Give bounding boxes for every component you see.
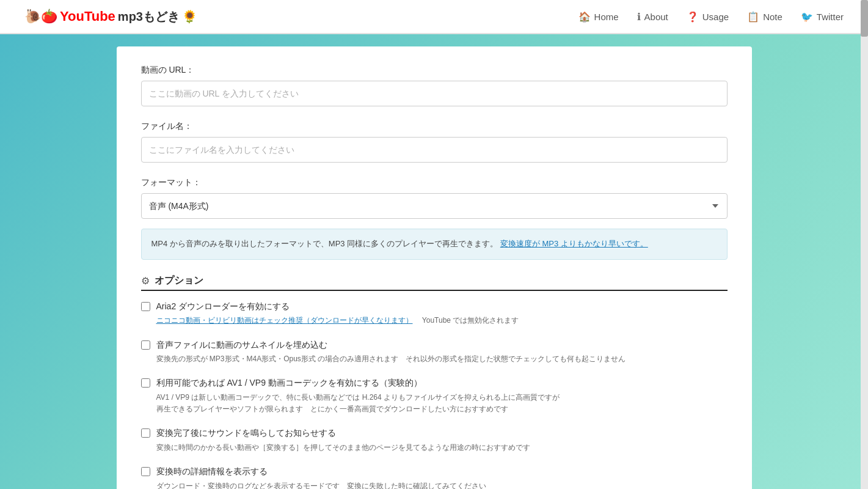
av1-desc-line2: 再生できるプレイヤーやソフトが限られます とにかく一番高画質でダウンロードしたい…	[156, 403, 728, 415]
usage-icon: ❓	[687, 11, 699, 23]
verbose-checkbox[interactable]	[141, 467, 150, 476]
format-select[interactable]: 音声 (M4A形式) 音声 (MP3形式) 音声 (Opus形式) 動画 (MP…	[141, 193, 728, 219]
nav-home[interactable]: 🏠 Home	[578, 11, 619, 23]
nav-home-label: Home	[594, 12, 619, 22]
aria2-desc: ニコニコ動画・ビリビリ動画はチェック推奨（ダウンロードが早くなります） YouT…	[156, 315, 728, 326]
main-nav: 🏠 Home ℹ About ❓ Usage 📋 Note 🐦 Twitter	[578, 11, 844, 23]
content-card: 動画の URL： ファイル名： フォーマット： 音声 (M4A形式) 音声 (M…	[117, 46, 752, 489]
option-verbose: 変換時の詳細情報を表示する ダウンロード・変換時のログなどを表示するモードです …	[141, 466, 728, 489]
verbose-desc: ダウンロード・変換時のログなどを表示するモードです 変換に失敗した時に確認してみ…	[156, 480, 728, 489]
option-aria2-row: Aria2 ダウンローダーを有効にする	[141, 301, 728, 313]
home-icon: 🏠	[578, 11, 591, 23]
nav-about-label: About	[644, 12, 668, 22]
option-sound-row: 変換完了後にサウンドを鳴らしてお知らせする	[141, 427, 728, 439]
info-text: MP4 から音声のみを取り出したフォーマットで、MP3 同様に多くのプレイヤーで…	[151, 239, 498, 248]
thumbnail-desc: 変換先の形式が MP3形式・M4A形式・Opus形式 の場合のみ適用されます そ…	[156, 353, 728, 365]
nav-twitter-label: Twitter	[817, 12, 844, 22]
option-thumbnail: 音声ファイルに動画のサムネイルを埋め込む 変換先の形式が MP3形式・M4A形式…	[141, 339, 728, 366]
verbose-label: 変換時の詳細情報を表示する	[156, 466, 268, 478]
aria2-label: Aria2 ダウンローダーを有効にする	[156, 301, 290, 313]
logo-sunflower: 🌻	[182, 9, 197, 24]
sound-desc: 変換に時間のかかる長い動画や［変換する］を押してそのまま他のページを見てるような…	[156, 442, 728, 454]
sound-label: 変換完了後にサウンドを鳴らしてお知らせする	[156, 427, 336, 439]
filename-input[interactable]	[141, 137, 728, 163]
about-icon: ℹ	[637, 11, 641, 23]
url-label: 動画の URL：	[141, 65, 728, 76]
options-header: ⚙ オプション	[141, 274, 728, 287]
header: 🐌🍅 YouTube mp3もどき 🌻 🏠 Home ℹ About ❓ Usa…	[0, 0, 868, 34]
format-label: フォーマット：	[141, 177, 728, 188]
options-divider	[141, 290, 728, 291]
logo-icons: 🐌🍅	[24, 9, 57, 24]
info-link[interactable]: 変換速度が MP3 よりもかなり早いです。	[500, 239, 648, 248]
av1-desc-line1: AV1 / VP9 は新しい動画コーデックで、特に長い動画などでは H.264 …	[156, 392, 728, 403]
option-av1: 利用可能であれば AV1 / VP9 動画コーデックを有効にする（実験的） AV…	[141, 377, 728, 415]
sound-checkbox[interactable]	[141, 428, 150, 438]
av1-desc: AV1 / VP9 は新しい動画コーデックで、特に長い動画などでは H.264 …	[156, 392, 728, 415]
av1-checkbox[interactable]	[141, 378, 150, 388]
nav-about[interactable]: ℹ About	[637, 11, 668, 23]
info-box: MP4 から音声のみを取り出したフォーマットで、MP3 同様に多くのプレイヤーで…	[141, 229, 728, 260]
aria2-desc-after: YouTube では無効化されます	[415, 316, 519, 325]
filename-label: ファイル名：	[141, 121, 728, 132]
aria2-link[interactable]: ニコニコ動画・ビリビリ動画はチェック推奨（ダウンロードが早くなります）	[156, 316, 413, 325]
option-thumbnail-row: 音声ファイルに動画のサムネイルを埋め込む	[141, 339, 728, 351]
main-wrapper: 動画の URL： ファイル名： フォーマット： 音声 (M4A形式) 音声 (M…	[0, 34, 868, 489]
thumbnail-label: 音声ファイルに動画のサムネイルを埋め込む	[156, 339, 327, 351]
nav-note-label: Note	[763, 12, 782, 22]
scrollbar-thumb[interactable]	[861, 0, 868, 37]
nav-usage[interactable]: ❓ Usage	[687, 11, 729, 23]
scrollbar[interactable]	[861, 0, 868, 489]
logo-youtube: YouTube	[60, 9, 115, 24]
nav-twitter[interactable]: 🐦 Twitter	[801, 11, 844, 23]
nav-note[interactable]: 📋 Note	[747, 11, 782, 23]
aria2-checkbox[interactable]	[141, 302, 150, 311]
options-title: オプション	[155, 274, 203, 287]
logo: 🐌🍅 YouTube mp3もどき 🌻	[24, 9, 197, 25]
gear-icon: ⚙	[141, 275, 150, 287]
logo-mp3: mp3もどき	[118, 9, 180, 25]
option-sound: 変換完了後にサウンドを鳴らしてお知らせする 変換に時間のかかる長い動画や［変換す…	[141, 427, 728, 454]
twitter-icon: 🐦	[801, 11, 813, 23]
nav-usage-label: Usage	[702, 12, 729, 22]
url-input[interactable]	[141, 81, 728, 106]
thumbnail-checkbox[interactable]	[141, 340, 150, 350]
option-verbose-row: 変換時の詳細情報を表示する	[141, 466, 728, 478]
av1-label: 利用可能であれば AV1 / VP9 動画コーデックを有効にする（実験的）	[156, 377, 422, 389]
note-icon: 📋	[747, 11, 759, 23]
option-aria2: Aria2 ダウンローダーを有効にする ニコニコ動画・ビリビリ動画はチェック推奨…	[141, 301, 728, 327]
option-av1-row: 利用可能であれば AV1 / VP9 動画コーデックを有効にする（実験的）	[141, 377, 728, 389]
